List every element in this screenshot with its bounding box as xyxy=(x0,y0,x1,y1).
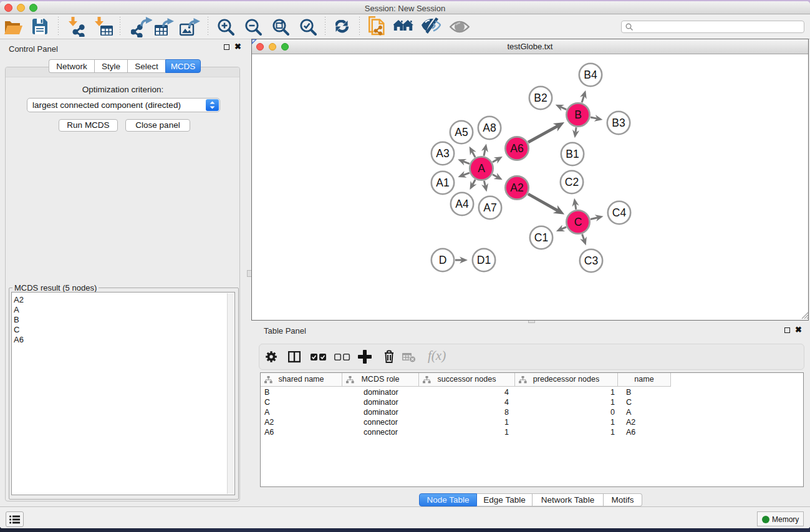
svg-text:A: A xyxy=(478,162,485,175)
svg-text:A3: A3 xyxy=(436,147,449,160)
svg-text:B2: B2 xyxy=(534,92,547,104)
svg-text:A8: A8 xyxy=(483,122,496,134)
svg-text:A2: A2 xyxy=(510,181,523,194)
svg-text:A6: A6 xyxy=(510,142,523,155)
svg-text:B4: B4 xyxy=(584,69,597,81)
svg-text:A1: A1 xyxy=(436,177,449,189)
svg-text:C1: C1 xyxy=(534,231,548,244)
svg-text:A7: A7 xyxy=(483,201,496,214)
svg-text:B: B xyxy=(574,109,582,121)
svg-text:C3: C3 xyxy=(584,254,598,267)
svg-text:A4: A4 xyxy=(455,198,469,210)
svg-text:C4: C4 xyxy=(612,206,627,219)
svg-text:D: D xyxy=(439,254,447,266)
svg-text:B3: B3 xyxy=(612,117,625,129)
svg-text:C: C xyxy=(574,216,582,228)
svg-text:A5: A5 xyxy=(455,126,468,138)
svg-text:D1: D1 xyxy=(477,254,491,266)
svg-text:C2: C2 xyxy=(565,176,579,188)
svg-text:B1: B1 xyxy=(566,148,579,160)
